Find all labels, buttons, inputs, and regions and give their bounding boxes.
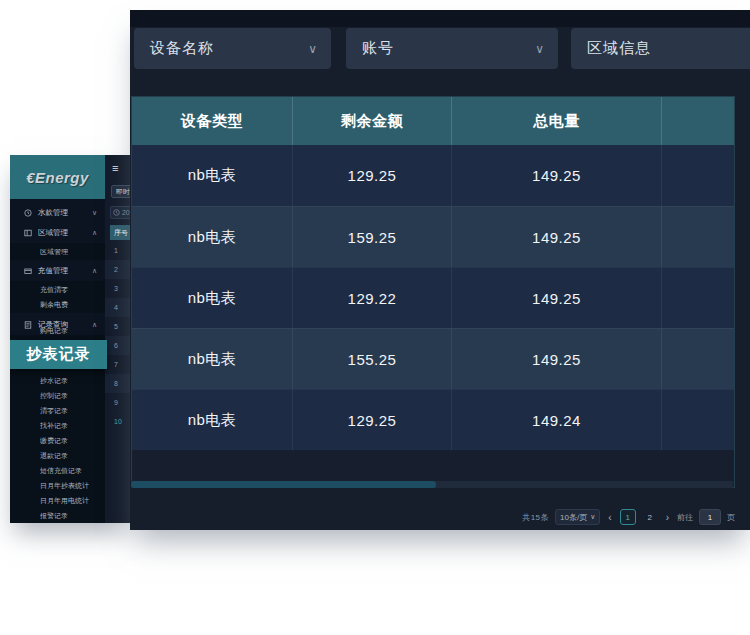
goto-page-input[interactable] [699, 509, 721, 525]
sidebar-subitem-read-stats[interactable]: 日月年抄表统计 [10, 478, 105, 493]
account-dropdown[interactable]: 账号 ∨ [346, 28, 558, 69]
chevron-down-icon: ∨ [590, 513, 595, 521]
column-header-clipped [661, 97, 734, 145]
sidebar-subitem-meter-read-active[interactable]: 抄表记录 [10, 340, 107, 369]
account-dropdown-label: 账号 [362, 39, 394, 58]
cell-clipped [661, 329, 734, 389]
serial-row: 9 [105, 393, 130, 412]
sidebar-subitem-sms-recharge[interactable]: 短信充值记录 [10, 463, 105, 478]
app-logo: €Energy [10, 155, 105, 199]
sidebar-subitem-refund[interactable]: 退款记录 [10, 448, 105, 463]
sidebar-item-recharge[interactable]: 充值管理 ∧ [10, 261, 105, 281]
pagination-total: 共15条 [522, 512, 549, 523]
instant-read-button[interactable]: 即时抄 [111, 185, 130, 198]
sidebar-item-payment[interactable]: 水款管理 ∨ [10, 203, 105, 223]
cell-total-power: 149.25 [451, 268, 661, 328]
sidebar-item-label: 区域管理 [38, 228, 68, 238]
sidebar-window: €Energy 水款管理 ∨ 区域管理 ∧ 区域管理 [10, 155, 130, 523]
history-icon [24, 209, 32, 217]
next-page-button[interactable]: › [664, 512, 671, 523]
cell-clipped [661, 390, 734, 450]
records-window: 设备名称 ∨ 账号 ∨ 区域信息 设备类型 剩余金额 总电量 nb电表 129.… [130, 10, 750, 530]
sidebar-subitem-recharge-clear[interactable]: 充值清零 [10, 282, 105, 297]
chevron-down-icon: ∨ [535, 42, 544, 56]
submenu-region: 区域管理 [10, 243, 105, 260]
cell-remaining-amount: 159.25 [292, 207, 451, 267]
device-name-dropdown[interactable]: 设备名称 ∨ [134, 28, 331, 69]
serial-row: 3 [105, 279, 130, 298]
clock-icon [113, 209, 120, 216]
cell-remaining-amount: 129.22 [292, 268, 451, 328]
serial-row: 2 [105, 260, 130, 279]
horizontal-scrollbar-thumb[interactable] [131, 481, 436, 488]
cell-clipped [661, 268, 734, 328]
table-row[interactable]: nb电表 159.25 149.25 [132, 206, 734, 267]
cell-remaining-amount: 129.25 [292, 390, 451, 450]
page-size-label: 10条/页 [560, 512, 587, 523]
table-row[interactable]: nb电表 129.25 149.25 [132, 145, 734, 206]
region-info-dropdown-label: 区域信息 [587, 39, 651, 58]
serial-row-highlighted: 10 [105, 412, 130, 431]
table-row[interactable]: nb电表 129.22 149.25 [132, 267, 734, 328]
card-icon [24, 267, 32, 275]
cell-device-type: nb电表 [132, 329, 292, 389]
cell-total-power: 149.25 [451, 207, 661, 267]
page-button-1[interactable]: 1 [620, 509, 636, 525]
cell-clipped [661, 145, 734, 206]
region-info-dropdown[interactable]: 区域信息 [571, 28, 750, 69]
cell-device-type: nb电表 [132, 207, 292, 267]
hamburger-icon[interactable]: ≡ [112, 163, 124, 173]
serial-row: 5 [105, 317, 130, 336]
date-picker-input[interactable]: 202 [110, 206, 130, 219]
cell-total-power: 149.24 [451, 390, 661, 450]
column-header-device-type: 设备类型 [132, 97, 292, 145]
app-logo-text: €Energy [26, 169, 89, 186]
prev-page-button[interactable]: ‹ [606, 512, 613, 523]
serial-column-header: 序号 [110, 225, 130, 240]
sidebar-subitem-alarm[interactable]: 报警记录 [10, 508, 105, 523]
region-icon [24, 229, 32, 237]
page-size-select[interactable]: 10条/页 ∨ [555, 509, 600, 525]
table-header-row: 设备类型 剩余金额 总电量 [132, 97, 734, 145]
page-button-2[interactable]: 2 [642, 509, 658, 525]
cell-remaining-amount: 155.25 [292, 329, 451, 389]
window-top-strip [130, 10, 750, 27]
sidebar-subitem-region[interactable]: 区域管理 [10, 244, 105, 259]
serial-row: 1 [105, 241, 130, 260]
cell-total-power: 149.25 [451, 329, 661, 389]
sidebar-subitem-usage-stats[interactable]: 日月年用电统计 [10, 493, 105, 508]
chevron-down-icon: ∨ [92, 209, 97, 217]
page: €Energy 水款管理 ∨ 区域管理 ∧ 区域管理 [0, 0, 750, 635]
pagination: 共15条 10条/页 ∨ ‹ 1 2 › 前往 页 [522, 508, 735, 526]
cell-device-type: nb电表 [132, 268, 292, 328]
device-name-dropdown-label: 设备名称 [150, 39, 214, 58]
horizontal-scrollbar-track[interactable] [131, 481, 733, 488]
sidebar-subitem-purchase[interactable]: 购电记录 [10, 323, 105, 338]
table-row[interactable]: nb电表 155.25 149.25 [132, 328, 734, 389]
sidebar-subitem-clear[interactable]: 清零记录 [10, 403, 105, 418]
goto-unit-label: 页 [727, 512, 735, 523]
cell-remaining-amount: 129.25 [292, 145, 451, 206]
sidebar-subitem-water-read[interactable]: 抄水记录 [10, 373, 105, 388]
sidebar-window-content-strip: ≡ 即时抄 202 序号 1 2 3 4 5 6 7 8 9 10 [105, 155, 130, 523]
chevron-up-icon: ∧ [92, 267, 97, 275]
table-row[interactable]: nb电表 129.25 149.24 [132, 389, 734, 450]
cell-device-type: nb电表 [132, 145, 292, 206]
chevron-down-icon: ∨ [308, 42, 317, 56]
sidebar-subitem-payment-records[interactable]: 缴费记录 [10, 433, 105, 448]
cell-device-type: nb电表 [132, 390, 292, 450]
serial-row: 4 [105, 298, 130, 317]
goto-label: 前往 [677, 512, 693, 523]
serial-row: 8 [105, 374, 130, 393]
cell-total-power: 149.25 [451, 145, 661, 206]
sidebar-item-region[interactable]: 区域管理 ∧ [10, 223, 105, 243]
sidebar-item-label: 水款管理 [38, 208, 68, 218]
serial-row: 6 [105, 336, 130, 355]
sidebar-subitem-control[interactable]: 控制记录 [10, 388, 105, 403]
sidebar-subitem-adjust[interactable]: 找补记录 [10, 418, 105, 433]
sidebar-subitem-remaining-fee[interactable]: 剩余电费 [10, 297, 105, 312]
records-table: 设备类型 剩余金额 总电量 nb电表 129.25 149.25 nb电表 15… [131, 96, 735, 488]
column-header-total-power: 总电量 [451, 97, 661, 145]
cell-clipped [661, 207, 734, 267]
chevron-up-icon: ∧ [92, 229, 97, 237]
